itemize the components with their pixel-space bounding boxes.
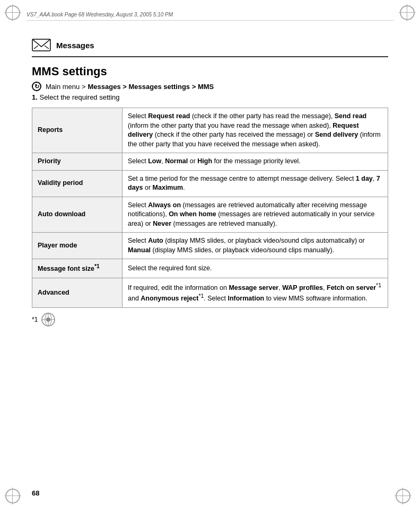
svg-line-1 bbox=[34, 46, 38, 49]
svg-line-2 bbox=[45, 46, 49, 49]
table-row: Validity period Set a time period for th… bbox=[32, 170, 388, 197]
setting-desc-auto-download: Select Always on (messages are retrieved… bbox=[122, 197, 388, 233]
header-line bbox=[27, 20, 393, 21]
corner-decoration-bl bbox=[4, 488, 25, 509]
menu-icon: ↻ bbox=[32, 82, 41, 91]
step-description: Select the required setting bbox=[39, 93, 119, 101]
table-row: Player mode Select Auto (display MMS sli… bbox=[32, 233, 388, 259]
setting-name-player-mode: Player mode bbox=[32, 233, 122, 259]
corner-decoration-tl bbox=[4, 4, 25, 25]
setting-desc-reports: Select Request read (check if the other … bbox=[122, 108, 388, 153]
content-area: Messages MMS settings ↻ Main menu > Mess… bbox=[32, 37, 388, 481]
table-row: Advanced If required, edit the informati… bbox=[32, 278, 388, 307]
setting-name-font-size: Message font size*1 bbox=[32, 259, 122, 278]
menu-path-bold: Messages > Messages settings > MMS bbox=[88, 83, 214, 91]
footnote: *1 bbox=[32, 312, 388, 327]
menu-path: ↻ Main menu > Messages > Messages settin… bbox=[32, 82, 388, 91]
footnote-marker: *1 bbox=[32, 316, 38, 323]
table-row: Message font size*1 Select the required … bbox=[32, 259, 388, 278]
messages-title: Messages bbox=[56, 41, 94, 50]
menu-path-prefix: Main menu > bbox=[46, 83, 86, 91]
setting-name-auto-download: Auto download bbox=[32, 197, 122, 233]
table-row: Priority Select Low, Normal or High for … bbox=[32, 153, 388, 171]
step-text: 1. Select the required setting bbox=[32, 93, 388, 101]
corner-decoration-tr bbox=[395, 4, 416, 25]
network-icon bbox=[41, 312, 56, 327]
setting-desc-priority: Select Low, Normal or High for the messa… bbox=[122, 153, 388, 171]
messages-icon bbox=[32, 37, 51, 53]
messages-header: Messages bbox=[32, 37, 388, 57]
setting-name-validity: Validity period bbox=[32, 170, 122, 197]
setting-name-reports: Reports bbox=[32, 108, 122, 153]
setting-name-priority: Priority bbox=[32, 153, 122, 171]
setting-desc-player-mode: Select Auto (display MMS slides, or play… bbox=[122, 233, 388, 259]
table-row: Reports Select Request read (check if th… bbox=[32, 108, 388, 153]
corner-decoration-br bbox=[395, 488, 416, 509]
table-row: Auto download Select Always on (messages… bbox=[32, 197, 388, 233]
setting-desc-font-size: Select the required font size. bbox=[122, 259, 388, 278]
header-text: VS7_AAA.book Page 68 Wednesday, August 3… bbox=[27, 12, 393, 17]
step-number: 1. bbox=[32, 93, 38, 101]
setting-desc-validity: Set a time period for the message centre… bbox=[122, 170, 388, 197]
settings-table: Reports Select Request read (check if th… bbox=[32, 108, 388, 308]
mms-title: MMS settings bbox=[32, 65, 388, 78]
page-number: 68 bbox=[32, 489, 39, 497]
setting-name-advanced: Advanced bbox=[32, 278, 122, 307]
setting-desc-advanced: If required, edit the information on Mes… bbox=[122, 278, 388, 307]
